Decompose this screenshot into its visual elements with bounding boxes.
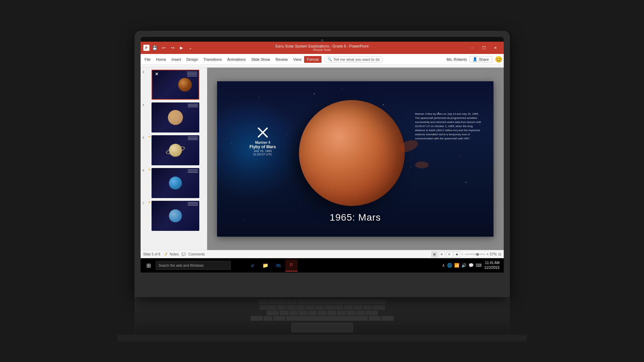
keyboard-icon[interactable]: ⌨ (476, 263, 482, 268)
comments-icon: 💬 (182, 252, 186, 256)
task-view-button[interactable]: ⧉ (233, 259, 246, 272)
key-tab (259, 305, 276, 310)
edge-icon[interactable]: ℯ (246, 259, 259, 272)
slide-star-6: ★ (148, 168, 152, 171)
language-icon[interactable]: 💬 (469, 263, 474, 268)
key-i (326, 300, 334, 304)
powerpoint-taskbar-icon[interactable]: P (285, 259, 298, 272)
key-h (325, 305, 334, 310)
menu-format[interactable]: Format (304, 56, 321, 63)
slide-number-6: 6 (143, 169, 148, 172)
clock-date: 11/2/2015 (484, 265, 500, 270)
menu-slideshow[interactable]: Slide Show (248, 56, 273, 63)
slide-info: Slide 5 of 8 (143, 252, 160, 256)
title-bar-center: Early Solar System Explorations - Grade … (275, 44, 369, 52)
slide-star-5: ★ (148, 135, 152, 138)
zoom-plus-button[interactable]: + (487, 252, 489, 256)
zoom-thumb (476, 253, 479, 256)
share-button[interactable]: 👤 Share (470, 56, 492, 62)
menu-insert[interactable]: Insert (169, 56, 184, 63)
menu-bar: File Home Insert Design Transitions Anim… (141, 54, 504, 65)
normal-view-button[interactable]: ▦ (431, 251, 438, 257)
explorer-icon[interactable]: 📁 (259, 259, 272, 272)
undo-button[interactable]: ↩ (160, 44, 167, 51)
wifi-icon[interactable]: 📶 (454, 263, 459, 268)
key-c (299, 310, 307, 315)
key-backspace (373, 300, 386, 304)
mariner-event-title: Flyby of Mars (249, 144, 276, 149)
notes-button[interactable]: Notes (170, 252, 179, 256)
key-bracket2 (364, 300, 373, 304)
mariner-date: July 15, 1965 (249, 149, 276, 153)
key-bracket (354, 300, 363, 304)
key-j (334, 305, 343, 310)
slide-sorter-button[interactable]: ⊞ (439, 251, 445, 257)
minimize-button[interactable]: − (467, 44, 478, 52)
slide-description: Mariner 4 flew by Mars on July 14 and Ju… (415, 112, 483, 141)
mariner-label: Mariner 4 Flyby of Mars July 15, 1965 01… (249, 141, 276, 156)
tell-me-input[interactable]: 🔍 Tell me what you want to do (324, 56, 383, 62)
menu-file[interactable]: File (142, 56, 154, 63)
restore-button[interactable]: ❐ (478, 44, 489, 52)
key-shift-l (267, 310, 279, 315)
redo-button[interactable]: ↪ (169, 44, 176, 51)
menu-animations[interactable]: Animations (225, 56, 248, 63)
status-left: Slide 5 of 8 📝 Notes 💬 Comments (143, 252, 205, 256)
save-button[interactable]: 💾 (152, 44, 158, 51)
close-button[interactable]: ✕ (490, 44, 501, 52)
title-bar-left: P 💾 ↩ ↪ ▶ ⌄ (143, 44, 194, 51)
key-period (356, 310, 365, 315)
zoom-percent: 57% (490, 252, 497, 256)
slide6-lines (188, 169, 198, 173)
reading-view-button[interactable]: ⊟ (446, 251, 453, 257)
slide-item-4[interactable]: 4 (142, 102, 205, 133)
volume-icon[interactable]: 🔊 (461, 263, 467, 268)
expand-tray-icon[interactable]: ∧ (442, 263, 445, 268)
menu-view[interactable]: View (290, 56, 304, 63)
start-button[interactable]: ⊞ (143, 260, 154, 271)
key-e (278, 300, 287, 304)
menu-home[interactable]: Home (153, 56, 169, 63)
slide-main-title: 1965: Mars (330, 212, 381, 223)
menu-review[interactable]: Review (273, 56, 290, 63)
key-row-1 (259, 300, 386, 304)
store-icon[interactable]: 🛍 (272, 259, 285, 272)
presenter-view-button[interactable]: ▣ (454, 251, 460, 257)
key-p (345, 300, 354, 304)
share-icon: 👤 (473, 57, 477, 61)
key-row-4 (251, 316, 394, 321)
picture-tools-label: Picture Tools (313, 48, 331, 52)
menu-transitions[interactable]: Transitions (201, 56, 224, 63)
key-g (315, 305, 324, 310)
slide-item-6[interactable]: 6 ★ (142, 167, 205, 199)
slide-canvas[interactable]: Mariner 4 Flyby of Mars July 15, 1965 01… (207, 68, 504, 250)
mars-surface-detail-2 (415, 162, 429, 168)
key-r (287, 300, 296, 304)
slide-item-7[interactable]: 7 ★ (142, 200, 205, 232)
status-right: ▦ ⊞ ⊟ ▣ − + 57% ⊡ (431, 251, 501, 257)
search-placeholder: Search the web and Windows (159, 264, 204, 267)
slide-panel[interactable]: 3 ✕ (141, 68, 207, 250)
laptop-keyboard (134, 297, 510, 335)
customize-qat-button[interactable]: ⌄ (187, 44, 194, 51)
key-t (297, 300, 306, 304)
presentation-mode-button[interactable]: ▶ (178, 44, 185, 51)
zoom-slider[interactable] (465, 254, 485, 255)
taskbar-search[interactable]: Search the web and Windows (156, 261, 231, 270)
camera-dot (321, 39, 324, 42)
slide-item-5[interactable]: 5 ★ (142, 135, 205, 166)
slide-thumb-7 (152, 201, 199, 231)
network-icon[interactable]: 🌐 (447, 263, 452, 268)
zoom-minus-button[interactable]: − (461, 252, 463, 256)
slide-item-3[interactable]: 3 ✕ (142, 69, 205, 100)
slide-display: Mariner 4 Flyby of Mars July 15, 1965 01… (217, 81, 493, 237)
laptop-screen: P 💾 ↩ ↪ ▶ ⌄ Early Solar System Explorati… (134, 31, 510, 297)
key-q (259, 300, 268, 304)
slide-number-3: 3 (143, 70, 148, 74)
key-row-3 (267, 310, 378, 315)
powerpoint-window: P 💾 ↩ ↪ ▶ ⌄ Early Solar System Explorati… (141, 42, 504, 273)
fit-slide-button[interactable]: ⊡ (498, 252, 501, 256)
menu-design[interactable]: Design (184, 56, 201, 63)
comments-button[interactable]: Comments (188, 252, 205, 256)
trackpad[interactable] (291, 323, 353, 332)
